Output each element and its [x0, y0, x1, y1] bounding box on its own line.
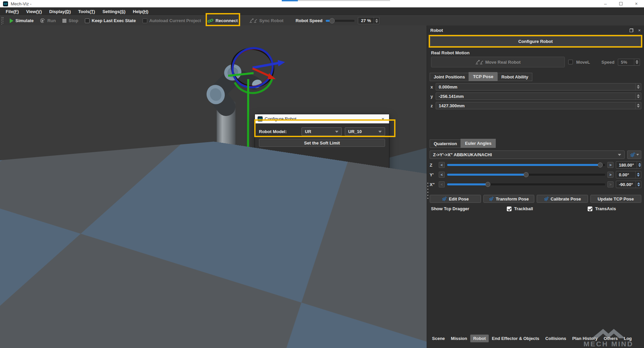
slider-handle[interactable]: [485, 182, 490, 187]
tab-quaternion[interactable]: Quaternion: [430, 139, 461, 148]
euler-settings-button[interactable]: [627, 151, 641, 159]
tab-euler-angles[interactable]: Euler Angles: [461, 139, 496, 148]
euler-convention-dropdown[interactable]: Z->Y'->X" ABB/KUKA/NACHI: [430, 151, 625, 159]
slider-handle[interactable]: [524, 172, 529, 177]
tab-tcp-pose[interactable]: TCP Pose: [469, 72, 497, 81]
tab-robot[interactable]: Robot: [470, 335, 489, 342]
restore-button[interactable]: [613, 0, 629, 7]
x-field[interactable]: 0.000mm: [436, 83, 641, 91]
decrement-button[interactable]: <: [439, 162, 445, 168]
spinner[interactable]: [635, 102, 641, 109]
minimize-button[interactable]: –: [598, 0, 613, 7]
movel-checkbox[interactable]: [568, 60, 573, 64]
tab-plan-history[interactable]: Plan History: [569, 335, 601, 342]
menu-display[interactable]: Display(D): [46, 8, 74, 15]
panel-splitter[interactable]: [427, 183, 429, 199]
robot-arm-icon: [475, 60, 483, 64]
spinner[interactable]: [635, 83, 641, 90]
increment-button[interactable]: >: [607, 172, 613, 178]
close-button[interactable]: ×: [629, 0, 644, 7]
spinner[interactable]: [635, 93, 641, 100]
tab-mission[interactable]: Mission: [448, 335, 470, 342]
slider-handle[interactable]: [329, 18, 335, 23]
spinner[interactable]: [635, 171, 641, 178]
slider-row-z: Z < > 180.00°: [430, 161, 641, 169]
gear-icon: [489, 196, 494, 201]
robot-speed-slider[interactable]: [326, 20, 355, 22]
chevron-down-icon: [335, 131, 338, 133]
transaxis-checkbox[interactable]: TransAxis: [588, 206, 640, 211]
tab-end-effector-objects[interactable]: End Effector & Objects: [489, 335, 542, 342]
chevron-down-icon: [378, 131, 382, 133]
cancel-button[interactable]: Cancel: [360, 214, 386, 222]
move-real-robot-button[interactable]: Move Real Robot: [431, 57, 565, 67]
gear-icon: [442, 196, 447, 201]
titlebar-progress-strip: [282, 0, 298, 1]
z-angle-slider[interactable]: [447, 164, 605, 166]
robot-model-dropdown[interactable]: UR_10: [345, 127, 385, 136]
tab-scene[interactable]: Scene: [429, 335, 448, 342]
calibrate-pose-button[interactable]: Calibrate Pose: [537, 195, 588, 203]
checkbox-icon: [588, 207, 592, 211]
spinner[interactable]: [637, 162, 642, 168]
x-angle-slider[interactable]: [447, 183, 605, 185]
spinner[interactable]: [636, 181, 641, 188]
tab-others[interactable]: Others: [601, 335, 621, 342]
keep-last-exec-checkbox[interactable]: Keep Last Exec State: [82, 16, 139, 25]
decrement-button[interactable]: <: [439, 172, 445, 178]
tab-log[interactable]: Log: [621, 335, 635, 342]
ur-robot-arm[interactable]: [202, 62, 263, 284]
autoload-project-checkbox[interactable]: Autoload Current Project: [139, 16, 205, 25]
panel-close-icon[interactable]: ×: [638, 28, 641, 33]
x-angle-spinbox[interactable]: -90.00°: [616, 181, 641, 188]
panel-float-icon[interactable]: [630, 28, 633, 32]
restore-icon: [619, 2, 623, 5]
tab-robot-ability[interactable]: Robot Ability: [497, 73, 532, 81]
menu-file[interactable]: File(F): [2, 8, 22, 15]
update-tcp-pose-button[interactable]: Update TCP Pose: [590, 195, 642, 203]
y-angle-spinbox[interactable]: 0.00°: [616, 171, 641, 178]
simulate-button[interactable]: Simulate: [6, 16, 37, 25]
z-field[interactable]: 1427.300mm: [436, 102, 641, 109]
menu-tools[interactable]: Tools(T): [74, 8, 99, 15]
dialog-title-bar[interactable]: VZ Configure Robot ×: [255, 114, 389, 123]
slider-fill: [447, 164, 600, 166]
spinner[interactable]: [374, 17, 379, 24]
checkbox-icon: [143, 18, 147, 23]
show-tcp-dragger-label: Show Tcp Dragger: [431, 206, 507, 211]
y-field[interactable]: -256.141mm: [436, 93, 641, 100]
coord-row-z: z 1427.300mm: [430, 102, 641, 109]
toolbar-drag-handle[interactable]: [1, 17, 4, 24]
speed-spinbox[interactable]: 5%: [618, 59, 640, 66]
increment-button[interactable]: >: [607, 181, 613, 187]
slider-handle[interactable]: [598, 163, 603, 168]
configure-robot-button[interactable]: Configure Robot: [430, 36, 641, 46]
y-angle-slider[interactable]: [447, 174, 605, 176]
run-button[interactable]: Run: [37, 16, 59, 25]
sync-robot-button[interactable]: Sync Robot: [246, 16, 287, 25]
reconnect-button[interactable]: Reconnect: [204, 16, 241, 25]
title-bar[interactable]: VZ Mech-Viz - – ×: [0, 0, 644, 7]
increment-button[interactable]: >: [607, 162, 613, 168]
z-angle-spinbox[interactable]: 180.00°: [616, 161, 641, 169]
menu-help[interactable]: Help(H): [129, 8, 152, 15]
robot-speed-spinbox[interactable]: 27 %: [358, 17, 379, 24]
tool-bar: Simulate Run Stop Keep Last Exec State A…: [0, 15, 644, 25]
menu-view[interactable]: View(V): [22, 8, 46, 15]
spinner[interactable]: [634, 59, 640, 65]
decrement-button[interactable]: <: [439, 181, 445, 187]
edit-pose-button[interactable]: Edit Pose: [430, 195, 481, 203]
dialog-close-button[interactable]: ×: [379, 116, 386, 122]
stop-button[interactable]: Stop: [59, 16, 82, 25]
menu-settings[interactable]: Settings(S): [99, 8, 129, 15]
trackball-checkbox[interactable]: Trackball: [507, 206, 588, 211]
robot-brand-dropdown[interactable]: UR: [302, 127, 342, 136]
tab-collisions[interactable]: Collisions: [542, 335, 569, 342]
set-soft-limit-button[interactable]: Set the Soft Limit: [259, 139, 385, 147]
transform-pose-button[interactable]: Transform Pose: [483, 195, 535, 203]
ok-button[interactable]: OK: [330, 214, 357, 222]
tab-joint-positions[interactable]: Joint Positions: [430, 73, 469, 81]
slider-row-y: Y' < > 0.00°: [430, 171, 641, 178]
checkbox-icon: [507, 207, 512, 211]
chevron-down-icon: [618, 154, 621, 156]
